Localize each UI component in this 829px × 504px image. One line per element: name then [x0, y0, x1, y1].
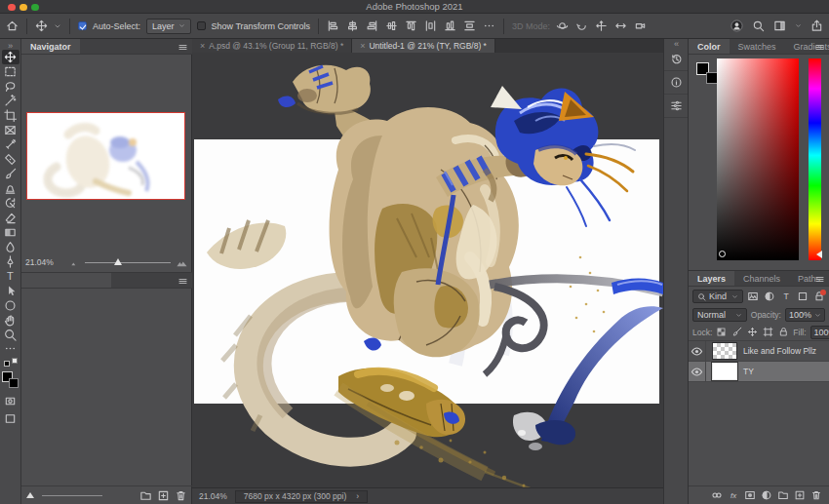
panel-menu-icon[interactable]	[178, 42, 188, 53]
slider-thumb[interactable]	[26, 492, 34, 498]
brush-tool[interactable]	[2, 167, 20, 181]
auto-select-checkbox[interactable]	[78, 21, 87, 30]
filter-type-icon[interactable]: T	[780, 291, 792, 302]
pan3d-icon[interactable]	[595, 19, 608, 32]
navigator-zoom-value[interactable]: 21.04%	[25, 257, 64, 267]
color-picker-cursor[interactable]	[719, 251, 726, 257]
filter-toggle[interactable]	[820, 290, 826, 295]
navigator-zoom-slider[interactable]	[85, 262, 171, 263]
close-window-button[interactable]	[8, 4, 16, 12]
foreground-background-swatches[interactable]	[2, 371, 19, 388]
home-icon[interactable]	[6, 19, 19, 32]
history-brush-tool[interactable]	[2, 196, 20, 211]
layer-row[interactable]: Like and Follow Pllz	[689, 341, 829, 362]
quick-mask-icon[interactable]	[2, 394, 20, 408]
lock-brush-icon[interactable]	[731, 327, 742, 337]
zoom-tool[interactable]	[2, 328, 20, 342]
trash-icon[interactable]	[175, 489, 187, 502]
close-icon[interactable]: ×	[200, 41, 205, 51]
orbit3d-icon[interactable]	[556, 19, 569, 32]
lasso-tool[interactable]	[2, 79, 20, 94]
document-viewport[interactable]	[192, 53, 663, 487]
tab-navigator[interactable]: Navigator	[21, 39, 80, 54]
lock-transparent-icon[interactable]	[716, 327, 727, 337]
link-icon[interactable]	[711, 489, 723, 501]
lock-move-icon[interactable]	[747, 327, 758, 337]
brush-settings-panel-icon[interactable]	[664, 95, 688, 118]
info-panel-icon[interactable]	[664, 71, 688, 95]
clone-stamp-tool[interactable]	[2, 181, 20, 196]
panel-tab[interactable]	[21, 273, 111, 288]
camera3d-icon[interactable]	[634, 19, 647, 32]
move-tool[interactable]	[2, 50, 20, 64]
account-icon[interactable]	[730, 19, 743, 32]
gradient-tool[interactable]	[2, 225, 20, 240]
panel-menu-icon[interactable]	[178, 276, 188, 287]
align-right-icon[interactable]	[366, 19, 378, 32]
layer-visibility-icon[interactable]	[689, 362, 706, 381]
layer-name[interactable]: Like and Follow Pllz	[743, 346, 816, 356]
hue-slider-thumb[interactable]	[816, 251, 822, 258]
trash-icon[interactable]	[810, 489, 822, 501]
align-vcenter-icon[interactable]	[385, 19, 398, 32]
expand-panels-icon[interactable]: «	[670, 39, 683, 48]
zoom-out-icon[interactable]	[69, 257, 80, 268]
distribute-v-icon[interactable]	[463, 19, 476, 32]
eraser-tool[interactable]	[2, 211, 20, 225]
tab-swatches[interactable]: Swatches	[730, 39, 785, 54]
marquee-tool[interactable]	[2, 64, 20, 79]
show-transform-checkbox[interactable]	[197, 21, 206, 30]
align-left-icon[interactable]	[327, 19, 339, 32]
edit-toolbar-icon[interactable]	[2, 342, 20, 354]
chevron-down-icon[interactable]	[795, 22, 802, 29]
document-tab-apsd[interactable]: × A.psd @ 43.1% (Group 11, RGB/8) *	[192, 39, 352, 53]
toolbar-collapse-button[interactable]: »	[2, 40, 20, 50]
magic-wand-tool[interactable]	[2, 94, 20, 108]
opacity-field[interactable]: 100%	[785, 308, 825, 322]
pen-tool[interactable]	[2, 254, 20, 269]
filter-image-icon[interactable]	[747, 291, 759, 302]
fx-icon[interactable]: fx	[728, 489, 739, 501]
layer-row-selected[interactable]: TY	[689, 362, 829, 382]
zoom-in-icon[interactable]	[176, 256, 188, 269]
default-colors-icon[interactable]	[4, 358, 18, 367]
chevron-right-icon[interactable]: ›	[356, 491, 359, 501]
panel-menu-icon[interactable]	[814, 42, 825, 53]
layer-thumbnail[interactable]	[712, 363, 737, 380]
fill-field[interactable]: 100%	[810, 326, 829, 339]
tab-color[interactable]: Color	[689, 39, 730, 54]
hue-slider[interactable]	[809, 58, 821, 260]
auto-select-dropdown[interactable]: Layer	[146, 19, 191, 34]
filter-shape-icon[interactable]	[797, 291, 809, 302]
doc-info-box[interactable]: 7680 px x 4320 px (300 ppi) ›	[235, 490, 368, 503]
workspace-icon[interactable]	[773, 19, 786, 32]
lock-artboard-icon[interactable]	[763, 327, 773, 337]
navigator-thumbnail[interactable]	[26, 112, 185, 200]
minimize-window-button[interactable]	[20, 4, 27, 12]
close-icon[interactable]: ×	[360, 41, 365, 51]
document-tab-untitled[interactable]: × Untitled-1 @ 21% (TY, RGB/8) *	[352, 39, 495, 53]
eyedropper-tool[interactable]	[2, 137, 20, 152]
hand-tool[interactable]	[2, 313, 20, 328]
mask-icon[interactable]	[744, 489, 756, 501]
path-select-tool[interactable]	[2, 284, 20, 298]
filter-lock-icon[interactable]	[778, 327, 789, 337]
folder-icon[interactable]	[777, 489, 789, 501]
align-bottom-icon[interactable]	[444, 19, 456, 32]
filter-adjust-icon[interactable]	[764, 291, 775, 302]
align-hcenter-icon[interactable]	[346, 19, 359, 32]
share-icon[interactable]	[810, 19, 823, 32]
chevron-down-icon[interactable]	[54, 22, 61, 30]
history-panel-icon[interactable]	[664, 48, 688, 71]
search-icon[interactable]	[752, 19, 765, 32]
blur-tool[interactable]	[2, 240, 20, 254]
type-tool[interactable]: T	[2, 269, 20, 284]
filter-kind-dropdown[interactable]: Kind	[692, 290, 743, 303]
zoom-level[interactable]: 21.04%	[199, 491, 227, 501]
panel-menu-icon[interactable]	[814, 274, 825, 285]
saturation-brightness-field[interactable]	[717, 58, 799, 260]
layer-thumbnail[interactable]	[712, 342, 737, 360]
roll3d-icon[interactable]	[575, 19, 588, 32]
foreground-background-swatches[interactable]	[696, 62, 718, 84]
blend-mode-dropdown[interactable]: Normal	[692, 308, 747, 322]
